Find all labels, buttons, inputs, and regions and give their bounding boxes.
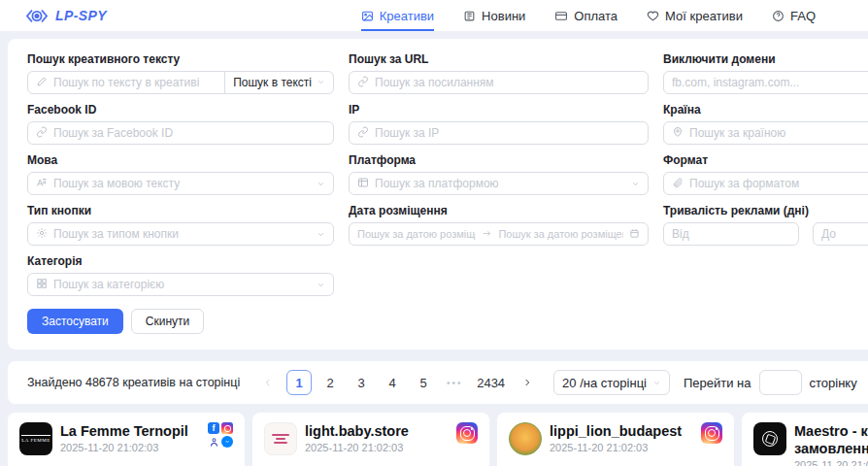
field-label: IP bbox=[349, 103, 649, 116]
exclude-domains-input[interactable] bbox=[672, 76, 868, 89]
field-label: Пошук креативного тексту bbox=[27, 52, 334, 66]
link-icon bbox=[36, 124, 48, 142]
duration-to-input[interactable] bbox=[821, 227, 868, 241]
image-icon bbox=[361, 10, 374, 22]
nav-label: Оплата bbox=[574, 9, 618, 23]
nav-item-my-creatives[interactable]: Мої креативи bbox=[647, 0, 743, 31]
pagination-next-button[interactable] bbox=[515, 370, 540, 395]
duration-to-wrap bbox=[813, 222, 868, 246]
pagination-page-4[interactable]: 4 bbox=[380, 370, 405, 395]
card-title[interactable]: La Femme Ternopil bbox=[60, 422, 200, 440]
ip-input-wrap bbox=[349, 121, 649, 145]
map-pin-icon bbox=[672, 124, 684, 142]
facebook-icon: f bbox=[208, 422, 219, 434]
duration-from-wrap bbox=[663, 222, 799, 246]
card-title[interactable]: lippi_lion_budapest bbox=[550, 422, 693, 440]
link-icon bbox=[357, 74, 369, 91]
language-select[interactable] bbox=[27, 172, 334, 195]
field-label: Дата розміщення bbox=[349, 204, 649, 217]
field-platform: Платформа bbox=[349, 153, 649, 195]
instagram-icon bbox=[456, 422, 478, 444]
chevron-down-icon bbox=[317, 276, 325, 293]
gear-icon bbox=[36, 225, 48, 243]
field-label: Тривалість реклами (дні) bbox=[663, 204, 868, 217]
card-title[interactable]: Maestro - кухні, ме замовлення в Ужго bbox=[794, 422, 868, 457]
language-input[interactable] bbox=[53, 177, 311, 190]
category-input[interactable] bbox=[53, 278, 311, 291]
field-placement-date: Дата розміщення bbox=[349, 204, 649, 246]
date-range-picker[interactable] bbox=[349, 222, 649, 246]
goto-page-input[interactable] bbox=[759, 370, 802, 395]
exclude-domains-input-wrap bbox=[663, 71, 868, 94]
creative-text-input-wrap bbox=[27, 71, 225, 94]
filters-panel: Пошук креативного тексту Пошук в тексті … bbox=[8, 39, 868, 350]
card-title[interactable]: light.baby.store bbox=[305, 422, 449, 440]
question-circle-icon bbox=[772, 10, 785, 22]
logo[interactable]: LP-SPY bbox=[25, 0, 107, 31]
format-input[interactable] bbox=[689, 177, 868, 190]
results-bar: Знайдено 48678 креативів на сторінці 1 2… bbox=[8, 361, 868, 404]
text-search-mode-value: Пошук в тексті bbox=[233, 76, 312, 89]
button-type-input[interactable] bbox=[53, 227, 311, 241]
creative-text-input[interactable] bbox=[53, 76, 217, 89]
instagram-icon bbox=[221, 422, 233, 434]
field-language: Мова bbox=[27, 153, 334, 195]
field-label: Категорія bbox=[27, 254, 334, 268]
creative-card[interactable]: light.baby.store 2025-11-20 21:02:03 3 d… bbox=[252, 413, 489, 466]
avatar-label: LA FEMME bbox=[21, 435, 50, 443]
country-input[interactable] bbox=[689, 126, 868, 140]
field-label: Тип кнопки bbox=[27, 204, 334, 217]
pagination-ellipsis[interactable]: ••• bbox=[442, 370, 467, 395]
field-label: Мова bbox=[27, 153, 334, 167]
nav-item-creatives[interactable]: Креативи bbox=[361, 0, 434, 31]
chevron-down-icon bbox=[631, 175, 640, 192]
pagination-page-1[interactable]: 1 bbox=[286, 370, 312, 395]
goto-page: Перейти на сторінку bbox=[684, 370, 857, 395]
ip-input[interactable] bbox=[375, 126, 640, 140]
arrow-right-icon bbox=[482, 225, 492, 243]
pagination-prev-button[interactable] bbox=[255, 370, 281, 395]
reset-button[interactable]: Скинути bbox=[131, 309, 204, 334]
field-label: Виключити домени bbox=[663, 52, 868, 66]
chevron-down-icon bbox=[652, 376, 661, 390]
field-button-type: Тип кнопки bbox=[27, 204, 334, 246]
duration-from-input[interactable] bbox=[672, 227, 790, 241]
instagram-icon bbox=[701, 422, 722, 444]
date-from-input[interactable] bbox=[357, 228, 476, 240]
category-select[interactable] bbox=[27, 273, 334, 296]
nav-item-faq[interactable]: FAQ bbox=[772, 0, 816, 31]
card-date: 2025-11-20 21:02:03 bbox=[60, 442, 200, 453]
audience-network-icon bbox=[208, 436, 219, 448]
news-icon bbox=[463, 10, 476, 22]
field-label: Пошук за URL bbox=[349, 52, 649, 66]
pagination-last-page[interactable]: 2434 bbox=[473, 370, 509, 395]
platform-input[interactable] bbox=[375, 177, 625, 190]
avatar bbox=[753, 422, 786, 455]
creative-card[interactable]: Maestro - кухні, ме замовлення в Ужго 20… bbox=[742, 413, 868, 466]
avatar bbox=[264, 422, 297, 455]
chevron-down-icon bbox=[317, 225, 325, 243]
text-search-mode-select[interactable]: Пошук в тексті bbox=[224, 71, 334, 94]
url-input-wrap bbox=[349, 71, 649, 94]
creative-card[interactable]: LA FEMME La Femme Ternopil 2025-11-20 21… bbox=[8, 413, 245, 466]
nav-label: FAQ bbox=[790, 9, 816, 23]
pagination-page-3[interactable]: 3 bbox=[349, 370, 374, 395]
facebook-id-input[interactable] bbox=[53, 126, 325, 140]
url-input[interactable] bbox=[375, 76, 640, 89]
apply-button[interactable]: Застосувати bbox=[27, 309, 123, 334]
creative-card[interactable]: lippi_lion_budapest 2025-11-20 21:02:03 … bbox=[497, 413, 734, 466]
chevron-down-icon bbox=[317, 175, 325, 192]
field-label: Країна bbox=[663, 103, 868, 116]
heart-icon bbox=[647, 10, 659, 22]
nav-item-payment[interactable]: Оплата bbox=[554, 0, 618, 31]
nav-label: Мої креативи bbox=[665, 9, 743, 23]
goto-suffix: сторінку bbox=[810, 376, 857, 390]
nav-label: Креативи bbox=[380, 9, 434, 23]
platform-select[interactable] bbox=[349, 172, 649, 195]
date-to-input[interactable] bbox=[498, 228, 623, 240]
page-size-select[interactable]: 20 /на сторінці bbox=[553, 370, 670, 395]
nav-item-news[interactable]: Новини bbox=[463, 0, 525, 31]
pagination-page-5[interactable]: 5 bbox=[411, 370, 436, 395]
button-type-select[interactable] bbox=[27, 222, 334, 246]
pagination-page-2[interactable]: 2 bbox=[317, 370, 343, 395]
